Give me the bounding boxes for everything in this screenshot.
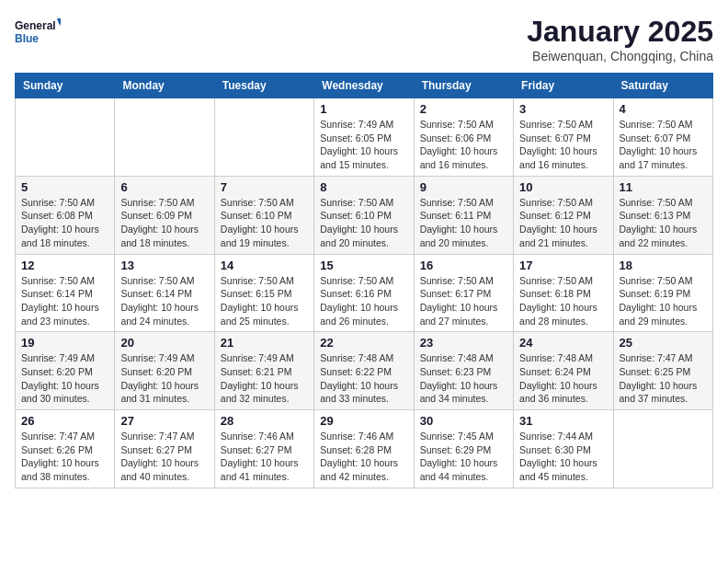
calendar-cell: 23Sunrise: 7:48 AM Sunset: 6:23 PM Dayli… xyxy=(414,332,513,410)
day-info: Sunrise: 7:47 AM Sunset: 6:27 PM Dayligh… xyxy=(120,430,208,484)
day-info: Sunrise: 7:50 AM Sunset: 6:10 PM Dayligh… xyxy=(221,196,308,250)
day-header-friday: Friday xyxy=(514,74,613,98)
calendar-week-4: 19Sunrise: 7:49 AM Sunset: 6:20 PM Dayli… xyxy=(16,332,713,410)
calendar-cell: 5Sunrise: 7:50 AM Sunset: 6:08 PM Daylig… xyxy=(16,176,115,254)
calendar-week-5: 26Sunrise: 7:47 AM Sunset: 6:26 PM Dayli… xyxy=(16,410,713,488)
day-number: 6 xyxy=(120,180,208,194)
day-info: Sunrise: 7:49 AM Sunset: 6:20 PM Dayligh… xyxy=(120,351,208,406)
calendar-cell: 20Sunrise: 7:49 AM Sunset: 6:20 PM Dayli… xyxy=(115,332,214,410)
calendar-week-2: 5Sunrise: 7:50 AM Sunset: 6:08 PM Daylig… xyxy=(16,176,713,254)
day-number: 29 xyxy=(320,414,407,428)
calendar-cell: 2Sunrise: 7:50 AM Sunset: 6:06 PM Daylig… xyxy=(414,98,513,177)
day-info: Sunrise: 7:50 AM Sunset: 6:19 PM Dayligh… xyxy=(620,274,707,328)
day-info: Sunrise: 7:50 AM Sunset: 6:14 PM Dayligh… xyxy=(120,274,208,328)
day-info: Sunrise: 7:46 AM Sunset: 6:28 PM Dayligh… xyxy=(320,430,407,484)
day-info: Sunrise: 7:50 AM Sunset: 6:13 PM Dayligh… xyxy=(620,196,707,250)
calendar-cell xyxy=(613,410,712,488)
calendar-cell: 12Sunrise: 7:50 AM Sunset: 6:14 PM Dayli… xyxy=(16,254,115,332)
day-number: 3 xyxy=(519,102,607,116)
day-number: 12 xyxy=(21,259,108,272)
day-header-saturday: Saturday xyxy=(613,74,712,98)
day-number: 8 xyxy=(320,180,407,194)
day-info: Sunrise: 7:48 AM Sunset: 6:23 PM Dayligh… xyxy=(420,351,507,406)
day-number: 27 xyxy=(120,414,208,428)
calendar-table: SundayMondayTuesdayWednesdayThursdayFrid… xyxy=(15,73,713,488)
day-info: Sunrise: 7:45 AM Sunset: 6:29 PM Dayligh… xyxy=(420,430,507,484)
day-number: 26 xyxy=(21,414,108,428)
day-info: Sunrise: 7:48 AM Sunset: 6:24 PM Dayligh… xyxy=(519,351,607,406)
day-header-sunday: Sunday xyxy=(16,74,115,98)
calendar-week-3: 12Sunrise: 7:50 AM Sunset: 6:14 PM Dayli… xyxy=(16,254,713,332)
svg-marker-2 xyxy=(57,18,61,26)
day-number: 10 xyxy=(519,180,607,194)
day-info: Sunrise: 7:50 AM Sunset: 6:09 PM Dayligh… xyxy=(120,196,208,250)
calendar-cell: 10Sunrise: 7:50 AM Sunset: 6:12 PM Dayli… xyxy=(514,176,613,254)
day-number: 17 xyxy=(519,259,607,272)
day-info: Sunrise: 7:50 AM Sunset: 6:08 PM Dayligh… xyxy=(21,196,108,250)
month-title: January 2025 xyxy=(527,15,713,49)
day-number: 5 xyxy=(21,180,108,194)
day-number: 13 xyxy=(120,259,208,272)
day-info: Sunrise: 7:50 AM Sunset: 6:07 PM Dayligh… xyxy=(620,118,707,172)
day-info: Sunrise: 7:50 AM Sunset: 6:14 PM Dayligh… xyxy=(21,274,108,328)
calendar-cell: 31Sunrise: 7:44 AM Sunset: 6:30 PM Dayli… xyxy=(514,410,613,488)
calendar-cell: 4Sunrise: 7:50 AM Sunset: 6:07 PM Daylig… xyxy=(613,98,712,177)
svg-text:Blue: Blue xyxy=(15,32,39,45)
calendar-cell: 15Sunrise: 7:50 AM Sunset: 6:16 PM Dayli… xyxy=(314,254,414,332)
day-info: Sunrise: 7:50 AM Sunset: 6:07 PM Dayligh… xyxy=(519,118,607,172)
day-number: 7 xyxy=(221,180,308,194)
calendar-cell: 3Sunrise: 7:50 AM Sunset: 6:07 PM Daylig… xyxy=(514,98,613,177)
day-info: Sunrise: 7:50 AM Sunset: 6:11 PM Dayligh… xyxy=(420,196,507,250)
calendar-cell: 9Sunrise: 7:50 AM Sunset: 6:11 PM Daylig… xyxy=(414,176,513,254)
day-info: Sunrise: 7:50 AM Sunset: 6:17 PM Dayligh… xyxy=(420,274,507,328)
day-info: Sunrise: 7:47 AM Sunset: 6:26 PM Dayligh… xyxy=(21,430,108,484)
day-info: Sunrise: 7:50 AM Sunset: 6:15 PM Dayligh… xyxy=(221,274,308,328)
calendar-cell: 7Sunrise: 7:50 AM Sunset: 6:10 PM Daylig… xyxy=(214,176,313,254)
calendar-cell: 1Sunrise: 7:49 AM Sunset: 6:05 PM Daylig… xyxy=(314,98,414,177)
calendar-cell: 8Sunrise: 7:50 AM Sunset: 6:10 PM Daylig… xyxy=(314,176,414,254)
calendar-cell: 26Sunrise: 7:47 AM Sunset: 6:26 PM Dayli… xyxy=(16,410,115,488)
calendar-cell: 27Sunrise: 7:47 AM Sunset: 6:27 PM Dayli… xyxy=(115,410,214,488)
day-info: Sunrise: 7:49 AM Sunset: 6:21 PM Dayligh… xyxy=(221,351,308,406)
day-number: 18 xyxy=(620,259,707,272)
day-number: 31 xyxy=(519,414,607,428)
svg-text:General: General xyxy=(15,19,56,32)
day-number: 20 xyxy=(120,336,208,350)
day-header-thursday: Thursday xyxy=(414,74,513,98)
page-header: General Blue January 2025 Beiwenquan, Ch… xyxy=(15,15,713,63)
calendar-cell: 13Sunrise: 7:50 AM Sunset: 6:14 PM Dayli… xyxy=(115,254,214,332)
day-info: Sunrise: 7:50 AM Sunset: 6:16 PM Dayligh… xyxy=(320,274,407,328)
day-header-wednesday: Wednesday xyxy=(314,74,414,98)
day-info: Sunrise: 7:44 AM Sunset: 6:30 PM Dayligh… xyxy=(519,430,607,484)
day-number: 16 xyxy=(420,259,507,272)
day-number: 23 xyxy=(420,336,507,350)
day-header-tuesday: Tuesday xyxy=(214,74,313,98)
day-number: 24 xyxy=(519,336,607,350)
day-info: Sunrise: 7:47 AM Sunset: 6:25 PM Dayligh… xyxy=(620,351,707,406)
day-info: Sunrise: 7:50 AM Sunset: 6:18 PM Dayligh… xyxy=(519,274,607,328)
calendar-week-1: 1Sunrise: 7:49 AM Sunset: 6:05 PM Daylig… xyxy=(16,98,713,177)
day-number: 30 xyxy=(420,414,507,428)
day-number: 2 xyxy=(420,102,507,116)
calendar-cell: 16Sunrise: 7:50 AM Sunset: 6:17 PM Dayli… xyxy=(414,254,513,332)
calendar-cell: 11Sunrise: 7:50 AM Sunset: 6:13 PM Dayli… xyxy=(613,176,712,254)
day-header-monday: Monday xyxy=(115,74,214,98)
day-number: 21 xyxy=(221,336,308,350)
calendar-cell: 25Sunrise: 7:47 AM Sunset: 6:25 PM Dayli… xyxy=(613,332,712,410)
day-number: 11 xyxy=(620,180,707,194)
calendar-cell xyxy=(16,98,115,177)
calendar-cell: 30Sunrise: 7:45 AM Sunset: 6:29 PM Dayli… xyxy=(414,410,513,488)
calendar-cell: 17Sunrise: 7:50 AM Sunset: 6:18 PM Dayli… xyxy=(514,254,613,332)
day-info: Sunrise: 7:46 AM Sunset: 6:27 PM Dayligh… xyxy=(221,430,308,484)
calendar-cell: 14Sunrise: 7:50 AM Sunset: 6:15 PM Dayli… xyxy=(214,254,313,332)
day-number: 22 xyxy=(320,336,407,350)
day-number: 1 xyxy=(320,102,407,116)
calendar-cell xyxy=(115,98,214,177)
calendar-cell: 19Sunrise: 7:49 AM Sunset: 6:20 PM Dayli… xyxy=(16,332,115,410)
calendar-cell: 21Sunrise: 7:49 AM Sunset: 6:21 PM Dayli… xyxy=(214,332,313,410)
day-info: Sunrise: 7:50 AM Sunset: 6:10 PM Dayligh… xyxy=(320,196,407,250)
calendar-cell: 29Sunrise: 7:46 AM Sunset: 6:28 PM Dayli… xyxy=(314,410,414,488)
day-number: 4 xyxy=(620,102,707,116)
day-number: 15 xyxy=(320,259,407,272)
calendar-cell: 18Sunrise: 7:50 AM Sunset: 6:19 PM Dayli… xyxy=(613,254,712,332)
